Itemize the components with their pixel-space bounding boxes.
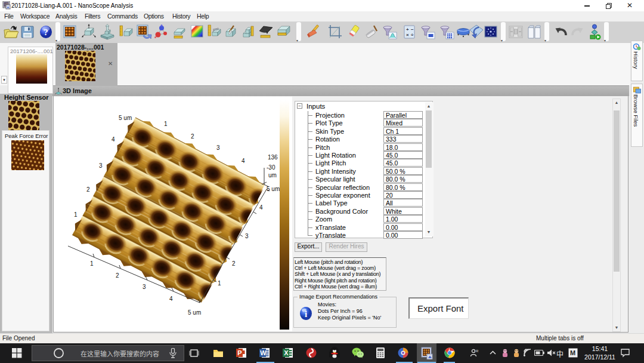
svg-text:4: 4 xyxy=(112,136,115,143)
svg-text:5 um: 5 um xyxy=(267,186,280,192)
svg-text:1: 1 xyxy=(164,121,168,127)
svg-text:?: ? xyxy=(44,27,48,37)
svg-text:−: − xyxy=(411,27,414,32)
svg-text:M: M xyxy=(570,349,575,356)
svg-text:2: 2 xyxy=(116,272,119,279)
svg-text:1: 1 xyxy=(74,211,78,218)
svg-text:5 um: 5 um xyxy=(188,309,201,316)
svg-text:1: 1 xyxy=(218,280,221,287)
svg-text:X: X xyxy=(284,349,289,356)
svg-text:um: um xyxy=(268,172,277,179)
svg-text:2: 2 xyxy=(86,186,90,193)
svg-text:5 um: 5 um xyxy=(119,115,132,121)
svg-text:3: 3 xyxy=(143,284,146,290)
svg-text:2: 2 xyxy=(191,133,194,140)
svg-text:÷: ÷ xyxy=(411,32,414,38)
svg-text:i: i xyxy=(305,309,307,319)
svg-text:P: P xyxy=(237,349,242,356)
svg-text:136: 136 xyxy=(268,154,278,161)
svg-text:W: W xyxy=(260,349,267,356)
svg-text:3: 3 xyxy=(216,144,220,151)
svg-text:1: 1 xyxy=(90,260,94,267)
svg-text:R: R xyxy=(476,349,479,353)
svg-text:+: + xyxy=(406,27,409,32)
svg-text:4: 4 xyxy=(259,204,263,211)
svg-text:4: 4 xyxy=(242,158,245,164)
svg-text:3: 3 xyxy=(245,233,249,239)
svg-text:4: 4 xyxy=(169,296,173,302)
svg-text:3: 3 xyxy=(99,162,103,169)
svg-text:2: 2 xyxy=(232,260,236,267)
svg-text:-30: -30 xyxy=(267,164,275,171)
svg-text:×: × xyxy=(406,32,409,38)
